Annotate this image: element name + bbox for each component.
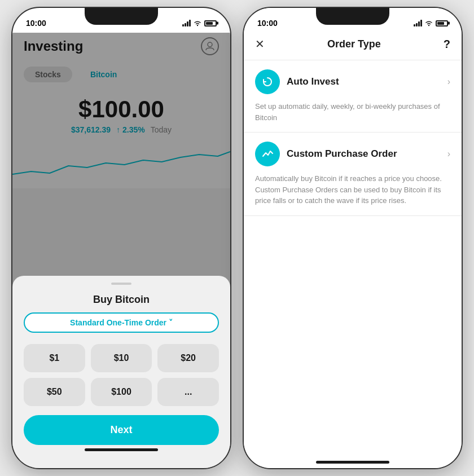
right-phone: 10:00 ✕ Order Type ? [243, 7, 463, 469]
amount-btn-more[interactable]: ... [157, 378, 219, 406]
signal-icon [182, 20, 191, 27]
battery-icon-right [436, 20, 448, 27]
auto-invest-icon [255, 69, 280, 94]
home-indicator-right [316, 461, 389, 464]
custom-order-desc: Automatically buy Bitcoin if it reaches … [255, 171, 450, 206]
close-button[interactable]: ✕ [255, 37, 265, 51]
time-right: 10:00 [257, 19, 278, 28]
custom-order-left: Custom Purchase Order [255, 142, 397, 166]
status-icons-left [182, 20, 217, 27]
amount-btn-10[interactable]: $10 [91, 344, 152, 372]
sheet-title: Buy Bitcoin [24, 294, 219, 306]
notch-right [316, 8, 389, 25]
sheet-handle [111, 283, 131, 285]
custom-order-name: Custom Purchase Order [287, 148, 397, 160]
next-button[interactable]: Next [24, 415, 219, 445]
amount-grid: $1 $10 $20 $50 $100 ... [24, 344, 219, 406]
amount-btn-100[interactable]: $100 [91, 378, 152, 406]
auto-invest-chevron: › [447, 77, 450, 87]
svg-point-0 [197, 25, 198, 26]
time-left: 10:00 [26, 19, 46, 28]
battery-icon [204, 20, 217, 27]
left-phone: 10:00 Investing [11, 7, 231, 469]
order-type-button[interactable]: Standard One-Time Order ˅ [24, 312, 219, 333]
auto-invest-option[interactable]: Auto Invest › Set up automatic daily, we… [244, 60, 462, 133]
order-type-label: Standard One-Time Order ˅ [70, 318, 173, 327]
home-indicator-left [85, 448, 158, 451]
help-button[interactable]: ? [444, 38, 450, 51]
status-icons-right [414, 20, 448, 27]
auto-invest-left: Auto Invest [255, 69, 339, 94]
signal-icon-right [414, 20, 422, 27]
custom-order-chevron: › [447, 149, 450, 159]
auto-invest-desc: Set up automatic daily, weekly, or bi-we… [255, 99, 450, 123]
amount-btn-20[interactable]: $20 [157, 344, 219, 372]
wifi-icon-right [424, 20, 433, 27]
custom-order-row: Custom Purchase Order › [255, 142, 450, 166]
auto-invest-name: Auto Invest [287, 76, 339, 87]
custom-order-icon [255, 142, 280, 166]
amount-btn-50[interactable]: $50 [24, 378, 85, 406]
left-phone-content: Investing Stocks Bitcoin $100.00 $37,612… [12, 33, 230, 468]
auto-invest-row: Auto Invest › [255, 69, 450, 94]
notch [85, 8, 158, 25]
svg-point-2 [428, 25, 429, 26]
amount-btn-1[interactable]: $1 [24, 344, 85, 372]
bottom-sheet: Buy Bitcoin Standard One-Time Order ˅ $1… [12, 276, 230, 468]
order-type-header: ✕ Order Type ? [244, 33, 462, 60]
wifi-icon [193, 20, 202, 27]
order-type-title: Order Type [327, 38, 381, 50]
custom-order-option[interactable]: Custom Purchase Order › Automatically bu… [244, 133, 462, 216]
right-phone-content: ✕ Order Type ? Auto Invest › Set up au [244, 33, 462, 468]
